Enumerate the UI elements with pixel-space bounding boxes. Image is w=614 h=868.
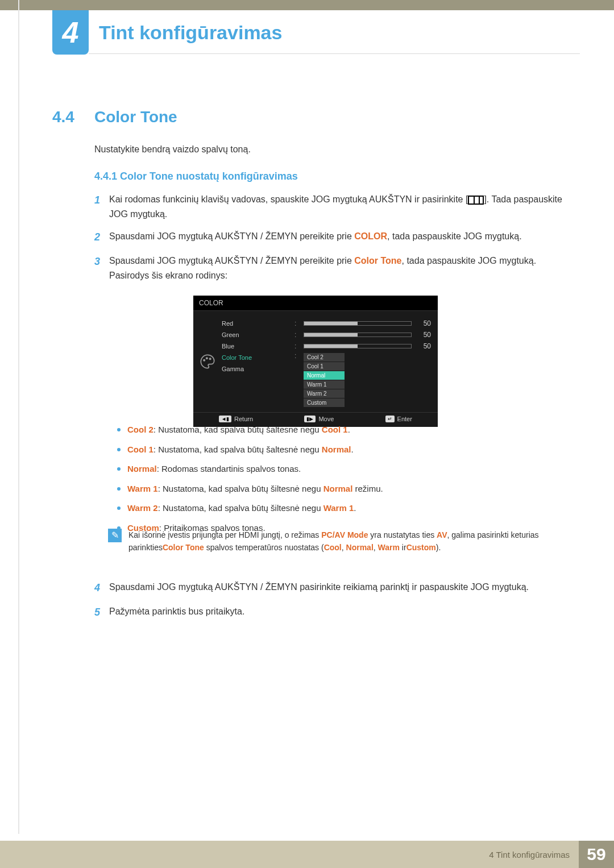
svg-point-2 [210,358,211,359]
text: režimu. [352,484,383,493]
label-green: Green [222,329,284,340]
step-body: Kai rodomas funkcinių klavišų vadovas, s… [109,192,563,221]
step-2: 2 Spausdami JOG mygtuką AUKŠTYN / ŽEMYN … [94,229,563,246]
note-block: ✎ Kai išorinė įvestis prijungta per HDMI… [108,529,563,554]
osd-values: : 50 : 50 : 50 : Cool 2 Cool 1 Normal [284,315,438,408]
bullet-normal: Normal: Rodomas standartinis spalvos ton… [117,463,563,476]
step-number: 3 [94,254,109,283]
text: , [374,543,378,552]
text: : Nustatoma, kad spalva būtų šiltesnė ne… [158,503,323,513]
label-red: Red [222,318,284,329]
section-number: 4.4 [52,108,74,126]
text: Move [318,416,334,422]
step-number: 2 [94,229,109,246]
highlight: Custom [406,543,436,552]
step-4: 4 Spausdami JOG mygtuką AUKŠTYN / ŽEMYN … [94,580,563,596]
value-green: 50 [415,331,431,339]
foot-enter: ↵Enter [385,416,412,422]
return-icon: ◄▮ [219,416,231,422]
highlight: Cool 1 [127,445,154,454]
label-gamma: Gamma [222,363,284,375]
step-number: 1 [94,192,109,221]
slider-green [304,333,412,337]
text: Kai rodomas funkcinių klavišų vadovas, s… [109,194,468,204]
opt-custom: Custom [304,398,345,407]
step-1: 1 Kai rodomas funkcinių klavišų vadovas,… [94,192,563,221]
text: . [348,425,350,434]
highlight: Cool [324,543,342,552]
svg-point-1 [206,358,208,359]
highlight: PC/AV Mode [321,530,368,539]
foot-return: ◄▮Return [219,416,253,422]
chapter-badge: 4 [52,10,89,55]
menu-icon [468,196,484,205]
opt-warm1: Warm 1 [304,380,345,389]
top-strip [0,0,614,10]
highlight: Warm [378,543,400,552]
highlight: Normal [322,445,351,454]
text: ir [400,543,406,552]
note-icon: ✎ [108,529,122,542]
text: : Rodomas standartinis spalvos tonas. [157,464,301,474]
step-body: Spausdami JOG mygtuką AUKŠTYN / ŽEMYN pe… [109,254,563,283]
text: . [354,503,356,513]
value-red: 50 [415,319,431,327]
colortone-options: Cool 2 Cool 1 Normal Warm 1 Warm 2 Custo… [304,353,345,408]
label-colortone: Color Tone [222,352,284,363]
foot-move: ▮▶Move [304,416,334,422]
osd-title: COLOR [193,296,438,311]
chapter-title: Tint konfigūravimas [99,22,282,44]
note-body: Kai išorinė įvestis prijungta per HDMI j… [128,529,563,554]
label-blue: Blue [222,340,284,352]
bullet-warm2: Warm 2: Nustatoma, kad spalva būtų šilte… [117,502,563,515]
step-5: 5 Pažymėta parinktis bus pritaikyta. [94,604,563,621]
slider-blue [304,344,412,348]
highlight: Normal [346,543,374,552]
enter-icon: ↵ [385,416,395,422]
osd-labels: Red Green Blue Color Tone Gamma [222,315,284,408]
opt-cool2: Cool 2 [304,353,345,362]
text: : Nustatoma, kad spalva būtų šaltesnė ne… [154,425,322,434]
osd-body: Red Green Blue Color Tone Gamma : 50 : 5… [193,311,438,408]
svg-point-0 [204,360,205,361]
highlight: Color Tone [163,543,204,552]
text: spalvos temperatūros nuostatas ( [204,543,324,552]
text: Spausdami JOG mygtuką AUKŠTYN / ŽEMYN pe… [109,231,354,241]
highlight: Normal [127,464,157,474]
highlight: Cool 2 [127,425,154,434]
chapter-rule [89,53,580,54]
steps-continued: 4 Spausdami JOG mygtuką AUKŠTYN / ŽEMYN … [94,580,563,629]
text: Return [234,416,253,422]
value-blue: 50 [415,342,431,350]
text: Enter [397,416,412,422]
bullet-icon [117,448,121,451]
highlight: AV [437,530,447,539]
step-3: 3 Spausdami JOG mygtuką AUKŠTYN / ŽEMYN … [94,254,563,283]
highlight: Warm 1 [127,484,158,493]
step-number: 4 [94,580,109,596]
step-body: Spausdami JOG mygtuką AUKŠTYN / ŽEMYN pe… [109,229,522,246]
text: ). [436,543,441,552]
slider-red [304,321,412,326]
step-body: Spausdami JOG mygtuką AUKŠTYN / ŽEMYN pa… [109,580,529,596]
bullet-icon [117,467,121,471]
highlight: Normal [323,484,353,493]
footer-label: 4 Tint konfigūravimas [480,841,579,868]
step-number: 5 [94,604,109,621]
highlight: Warm 1 [323,503,354,513]
subsection-title: 4.4.1 Color Tone nuostatų konfigūravimas [94,171,298,182]
bullet-icon [117,487,121,491]
bullet-icon [117,506,121,510]
highlight: COLOR [354,231,387,241]
intro-text: Nustatykite bendrą vaizdo spalvų toną. [94,144,251,155]
highlight: Warm 2 [127,503,158,513]
bullet-cool1: Cool 1: Nustatoma, kad spalva būtų šalte… [117,443,563,456]
row-red: : 50 [294,318,431,329]
text: yra nustatytas ties [368,530,437,539]
row-blue: : 50 [294,340,431,352]
step-body: Pažymėta parinktis bus pritaikyta. [109,604,244,621]
row-green: : 50 [294,329,431,340]
bullet-list: Cool 2: Nustatoma, kad spalva būtų šalte… [117,423,563,541]
page-footer: 4 Tint konfigūravimas 59 [0,841,614,868]
left-margin-rule [18,0,19,834]
